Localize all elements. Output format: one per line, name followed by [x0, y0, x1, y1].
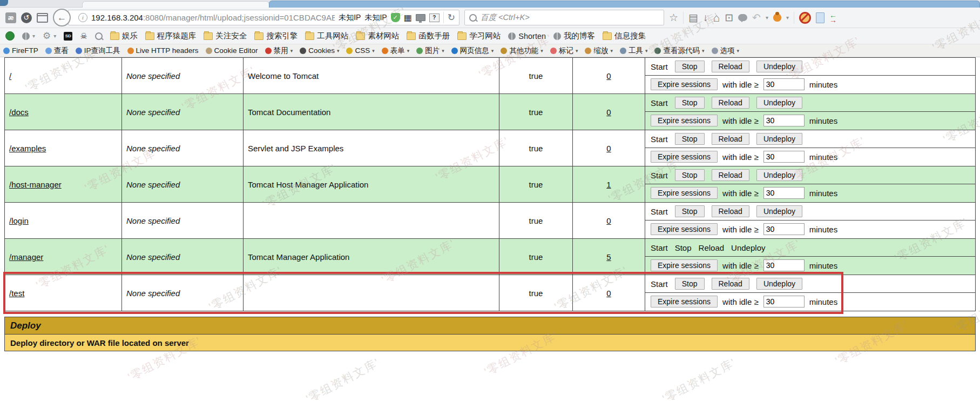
undeploy-button[interactable]: Undeploy: [756, 133, 802, 145]
reload-icon[interactable]: ↻: [443, 12, 455, 23]
app-sessions-link[interactable]: 0: [606, 289, 611, 298]
idle-minutes-input[interactable]: [763, 223, 805, 235]
noscript-icon[interactable]: [799, 12, 811, 24]
idle-minutes-input[interactable]: [763, 78, 805, 90]
app-path-link[interactable]: /docs: [9, 108, 29, 117]
devbar-item[interactable]: CSS▾: [346, 46, 374, 55]
bookmark-sd-icon[interactable]: SD: [64, 32, 72, 41]
app-sessions-link[interactable]: 5: [606, 252, 611, 262]
bookmark-item[interactable]: 程序猿题库: [145, 31, 197, 41]
stop-button[interactable]: Stop: [675, 97, 705, 109]
undo-dropdown-icon[interactable]: ▾: [766, 15, 768, 21]
tab-groups-icon[interactable]: [37, 13, 48, 23]
search-bar[interactable]: 百度 <Ctrl+K>: [464, 10, 664, 25]
undeploy-button[interactable]: Undeploy: [756, 278, 802, 290]
tab-inactive[interactable]: [82, 1, 269, 8]
tab-active[interactable]: [269, 1, 980, 8]
ip-badge-2[interactable]: 未知IP: [364, 13, 387, 23]
bookmark-item[interactable]: 关注安全: [204, 31, 247, 41]
stop-button[interactable]: Stop: [675, 169, 705, 181]
bookmark-star-icon[interactable]: ☆: [669, 12, 678, 23]
devbar-item[interactable]: Cookies▾: [300, 46, 339, 55]
chat-bubble-icon[interactable]: [738, 14, 747, 21]
devbar-item[interactable]: 工具▾: [620, 46, 648, 56]
bookmark-item[interactable]: Shorten: [508, 32, 546, 41]
devbar-item[interactable]: IP查询工具: [76, 46, 120, 56]
undeploy-button[interactable]: Undeploy: [756, 97, 802, 109]
app-path-link[interactable]: /: [9, 71, 11, 81]
help-placeholder-icon[interactable]: ?: [429, 14, 440, 22]
idle-minutes-input[interactable]: [763, 151, 805, 163]
reload-command[interactable]: Reload: [699, 243, 725, 252]
devbar-item[interactable]: 选项▾: [712, 46, 740, 56]
firebug-dropdown-icon[interactable]: ▾: [786, 15, 789, 21]
devbar-item[interactable]: 缩放▾: [585, 46, 613, 56]
bookmark-item[interactable]: 我的博客: [553, 31, 595, 41]
app-path-link[interactable]: /test: [9, 289, 24, 298]
bookmark-item[interactable]: 素材网站: [356, 31, 399, 41]
devbar-item[interactable]: 禁用▾: [265, 46, 293, 56]
idle-minutes-input[interactable]: [763, 115, 805, 126]
reload-button[interactable]: Reload: [712, 61, 749, 72]
bookmark-item[interactable]: 函数手册: [407, 31, 450, 41]
qr-code-icon[interactable]: ▦: [404, 12, 412, 23]
undeploy-command[interactable]: Undeploy: [731, 243, 765, 252]
stop-button[interactable]: Stop: [675, 278, 705, 290]
skull-icon[interactable]: ☠: [80, 32, 87, 40]
reload-button[interactable]: Reload: [712, 97, 749, 109]
expire-sessions-button[interactable]: Expire sessions: [651, 115, 718, 126]
site-info-icon[interactable]: i: [78, 13, 87, 22]
devbar-item[interactable]: FireFTP: [3, 46, 38, 55]
idle-minutes-input[interactable]: [763, 296, 805, 308]
url-bar[interactable]: i 192.168.3.204:8080/manager/html/upload…: [68, 10, 459, 25]
proxy-switch-icon[interactable]: ←→: [829, 13, 837, 22]
expire-sessions-button[interactable]: Expire sessions: [651, 259, 718, 271]
back-button[interactable]: ←: [53, 9, 71, 26]
bookmark-globe-menu[interactable]: ▾: [22, 32, 35, 40]
bookmark-item[interactable]: 搜索引擎: [254, 31, 298, 41]
ip-badge-1[interactable]: 未知IP: [339, 13, 361, 23]
reader-mode-icon[interactable]: æ: [5, 12, 16, 23]
app-sessions-link[interactable]: 0: [606, 144, 611, 153]
bookmark-item[interactable]: 娱乐: [110, 31, 138, 41]
undeploy-button[interactable]: Undeploy: [756, 205, 802, 217]
devbar-item[interactable]: 网页信息▾: [451, 46, 494, 56]
reload-button[interactable]: Reload: [712, 133, 749, 145]
stop-button[interactable]: Stop: [675, 133, 705, 145]
app-sessions-link[interactable]: 1: [606, 180, 611, 189]
stop-command[interactable]: Stop: [675, 243, 692, 252]
stop-button[interactable]: Stop: [675, 61, 705, 72]
app-sessions-link[interactable]: 0: [606, 108, 611, 117]
stop-button[interactable]: Stop: [675, 205, 705, 217]
downloads-icon[interactable]: ↓: [703, 12, 708, 23]
app-path-link[interactable]: /host-manager: [9, 180, 62, 189]
expire-sessions-button[interactable]: Expire sessions: [651, 151, 718, 163]
reload-button[interactable]: Reload: [712, 278, 749, 290]
session-restore-icon[interactable]: ↺: [21, 12, 32, 23]
bookmark-green-dot-icon[interactable]: [5, 31, 15, 41]
app-sessions-link[interactable]: 0: [606, 216, 611, 225]
undeploy-button[interactable]: Undeploy: [756, 169, 802, 181]
devbar-item[interactable]: Live HTTP headers: [127, 46, 199, 55]
devbar-item[interactable]: 表单▾: [382, 46, 410, 56]
bookmark-item[interactable]: 工具网站: [305, 31, 348, 41]
reload-button[interactable]: Reload: [712, 169, 749, 181]
firebug-icon[interactable]: [773, 14, 781, 22]
bookmark-item[interactable]: 学习网站: [457, 31, 501, 41]
devbar-item[interactable]: 查看: [45, 46, 69, 56]
home-icon[interactable]: ⌂: [713, 12, 720, 23]
expire-sessions-button[interactable]: Expire sessions: [651, 296, 718, 308]
devbar-item[interactable]: 图片▾: [416, 46, 444, 56]
expire-sessions-button[interactable]: Expire sessions: [651, 223, 718, 235]
app-path-link[interactable]: /login: [9, 216, 29, 225]
app-path-link[interactable]: /examples: [9, 144, 46, 153]
screenshot-crop-icon[interactable]: ⊡: [725, 12, 733, 23]
bookmarks-menu-icon[interactable]: ▤: [688, 12, 698, 23]
bookmark-item[interactable]: 信息搜集: [603, 31, 646, 41]
app-path-link[interactable]: /manager: [9, 252, 43, 262]
devbar-item[interactable]: Cookie Editor: [206, 46, 258, 55]
script-document-icon[interactable]: [816, 12, 824, 23]
undeploy-button[interactable]: Undeploy: [756, 61, 802, 72]
expire-sessions-button[interactable]: Expire sessions: [651, 78, 718, 90]
url-text[interactable]: 192.168.3.204:8080/manager/html/upload;j…: [91, 13, 335, 22]
